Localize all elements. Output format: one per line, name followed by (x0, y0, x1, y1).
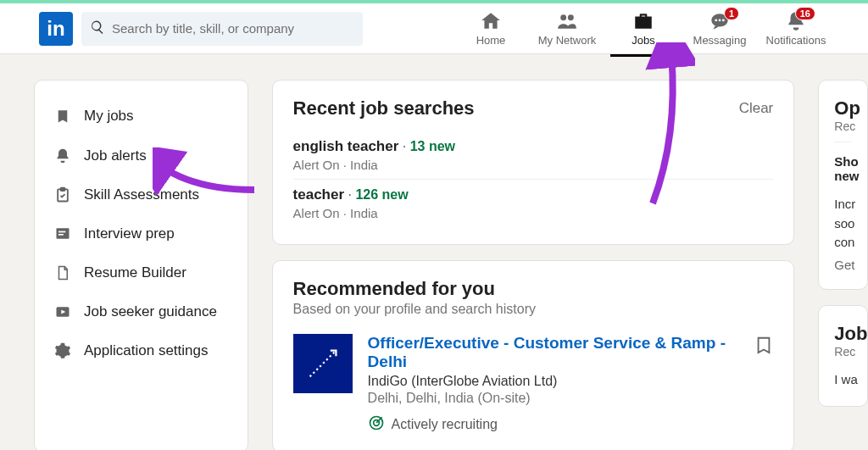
svg-point-3 (715, 19, 717, 21)
company-logo (293, 334, 353, 393)
svg-rect-9 (58, 231, 65, 233)
right-card-sub: Rec (834, 119, 852, 133)
nav-label: Notifications (766, 34, 826, 47)
sidebar-label: Job alerts (84, 147, 147, 164)
show-recruiters-line1: Sho (834, 154, 858, 169)
recruiting-label: Actively recruiting (392, 417, 498, 432)
right-body-line: Incr (834, 197, 855, 211)
new-count: 13 new (410, 139, 455, 153)
nav-notifications[interactable]: 16 Notifications (758, 3, 834, 53)
search-query: teacher (293, 186, 344, 203)
content-column: Recent job searches Clear english teache… (272, 80, 795, 450)
recommended-title: Recommended for you (293, 278, 774, 300)
right-body-line: soo (834, 216, 854, 231)
home-icon (480, 11, 502, 31)
svg-point-0 (560, 14, 566, 20)
job-title[interactable]: Officer/Executive - Customer Service & R… (368, 334, 740, 371)
primary-nav: Home My Network Jobs 1 Messaging 16 (453, 3, 834, 53)
svg-point-4 (719, 19, 721, 21)
search-icon (90, 19, 105, 38)
new-count: 126 new (355, 187, 408, 202)
notifications-badge: 16 (795, 7, 815, 20)
briefcase-icon (632, 11, 654, 31)
bell-icon (53, 147, 72, 164)
linkedin-logo[interactable]: in (39, 12, 73, 46)
gear-icon (53, 342, 72, 359)
search-subtitle: Alert On · India (293, 206, 774, 220)
clipboard-check-icon (53, 186, 72, 203)
svg-rect-10 (58, 234, 64, 236)
right-card-title: Op (834, 97, 852, 119)
job-seeker-card[interactable]: Job Rec I wa (818, 305, 868, 408)
actively-recruiting: Actively recruiting (368, 414, 740, 435)
show-recruiters-line2: new (834, 169, 859, 183)
nav-label: Messaging (693, 34, 747, 47)
sidebar-item-interview[interactable]: Interview prep (35, 214, 248, 253)
svg-rect-7 (61, 188, 65, 191)
document-icon (53, 264, 72, 281)
get-started-link[interactable]: Get (834, 258, 852, 272)
nav-label: Home (476, 34, 506, 47)
recommended-subtitle: Based on your profile and search history (293, 302, 774, 317)
right-column: Op Rec Sho new Incr soo con Get Job Rec … (818, 80, 868, 450)
sidebar-item-guidance[interactable]: Job seeker guidance (35, 292, 248, 331)
nav-network[interactable]: My Network (529, 3, 605, 53)
recent-search-row[interactable]: teacher · 126 new Alert On · India (293, 180, 774, 227)
search-query: english teacher (293, 138, 399, 154)
clear-button[interactable]: Clear (739, 100, 774, 117)
messaging-badge: 1 (724, 7, 739, 20)
svg-point-5 (722, 19, 725, 21)
recent-searches-card: Recent job searches Clear english teache… (272, 80, 795, 245)
save-job-button[interactable] (754, 334, 773, 359)
global-header: in Home My Network Jobs (0, 3, 868, 54)
right-body-line: con (834, 235, 854, 249)
recommended-card: Recommended for you Based on your profil… (272, 260, 795, 450)
sidebar-label: My jobs (84, 108, 134, 125)
sidebar-label: Application settings (84, 342, 208, 359)
nav-home[interactable]: Home (453, 3, 529, 53)
right-card-title: Job (834, 323, 852, 345)
search-input[interactable] (112, 21, 354, 36)
svg-rect-8 (57, 228, 70, 239)
job-row[interactable]: Officer/Executive - Customer Service & R… (293, 334, 774, 435)
job-location: Delhi, Delhi, India (On-site) (368, 391, 740, 406)
bell-icon: 16 (785, 11, 807, 31)
search-box[interactable] (81, 12, 363, 46)
main-content: My jobs Job alerts Skill Assessments Int… (0, 54, 868, 450)
target-icon (368, 414, 385, 435)
open-to-work-card[interactable]: Op Rec Sho new Incr soo con Get (818, 80, 868, 290)
recent-search-row[interactable]: english teacher · 13 new Alert On · Indi… (293, 131, 774, 180)
recent-searches-title: Recent job searches (293, 97, 475, 119)
messaging-icon: 1 (709, 11, 731, 31)
search-subtitle: Alert On · India (293, 158, 774, 172)
nav-messaging[interactable]: 1 Messaging (682, 3, 758, 53)
svg-point-1 (568, 14, 574, 20)
right-body-line: I wa (834, 370, 852, 390)
play-icon (53, 303, 72, 320)
bookmark-icon (53, 107, 72, 125)
sidebar-item-myjobs[interactable]: My jobs (35, 96, 248, 136)
people-icon (556, 11, 578, 31)
sidebar-item-resume[interactable]: Resume Builder (35, 253, 248, 292)
right-card-sub: Rec (834, 345, 852, 358)
sidebar-label: Resume Builder (84, 264, 186, 281)
sidebar-item-alerts[interactable]: Job alerts (35, 136, 248, 175)
sidebar-label: Job seeker guidance (84, 303, 217, 320)
notes-icon (53, 225, 72, 242)
job-company: IndiGo (InterGlobe Aviation Ltd) (368, 374, 740, 389)
sidebar-label: Interview prep (84, 225, 175, 242)
nav-jobs[interactable]: Jobs (605, 3, 682, 53)
sidebar-item-appsettings[interactable]: Application settings (35, 331, 248, 370)
nav-label: Jobs (632, 34, 654, 47)
nav-label: My Network (538, 34, 597, 47)
sidebar: My jobs Job alerts Skill Assessments Int… (34, 80, 248, 450)
sidebar-item-skill[interactable]: Skill Assessments (35, 175, 248, 214)
sidebar-label: Skill Assessments (84, 186, 199, 203)
